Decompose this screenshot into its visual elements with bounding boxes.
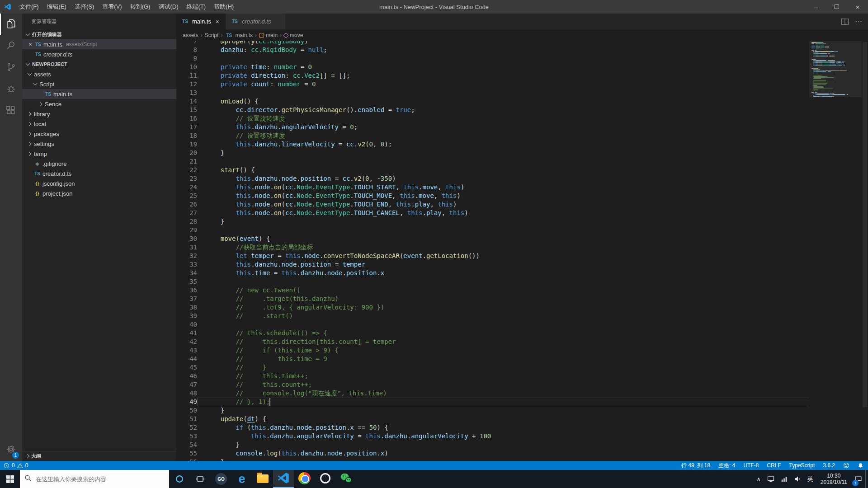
line-number[interactable]: 25: [176, 192, 197, 200]
line-number[interactable]: 18: [176, 131, 197, 140]
menu-item-7[interactable]: 帮助(H): [210, 0, 238, 14]
status-eol[interactable]: CRLF: [767, 462, 781, 469]
line-number[interactable]: 55: [176, 449, 197, 458]
code-line-41[interactable]: 41 // this.schedule(() => {: [176, 329, 868, 338]
line-number[interactable]: 14: [176, 97, 197, 106]
tree-item-script[interactable]: Script: [22, 79, 176, 89]
code-line-27[interactable]: 27 this.node.on(cc.Node.EventType.TOUCH_…: [176, 209, 868, 217]
code-line-28[interactable]: 28 }: [176, 217, 868, 226]
line-number[interactable]: 24: [176, 183, 197, 192]
line-number[interactable]: 56: [176, 458, 197, 461]
scrollbar-thumb[interactable]: [863, 42, 867, 407]
feedback-smiley-icon[interactable]: [843, 462, 849, 469]
line-number[interactable]: 50: [176, 406, 197, 415]
code-line-26[interactable]: 26 this.node.on(cc.Node.EventType.TOUCH_…: [176, 200, 868, 209]
open-editors-header[interactable]: 打开的编辑器: [22, 29, 176, 39]
code-line-56[interactable]: 56 }: [176, 458, 868, 461]
code-line-44[interactable]: 44 // this.time = 9: [176, 355, 868, 363]
tree-item-packages[interactable]: packages: [22, 129, 176, 139]
tab-main-ts[interactable]: TSmain.ts×: [176, 14, 226, 29]
problems-indicator[interactable]: 0 0: [4, 462, 28, 469]
code-line-18[interactable]: 18 // 设置移动速度: [176, 131, 868, 140]
tree-item-library[interactable]: library: [22, 109, 176, 119]
taskbar-app-go[interactable]: GO: [211, 470, 231, 488]
tree-item-gitignore[interactable]: ◆.gitignore: [22, 159, 176, 169]
line-number[interactable]: 36: [176, 286, 197, 295]
line-number[interactable]: 20: [176, 149, 197, 157]
menu-item-5[interactable]: 调试(D): [154, 0, 182, 14]
menu-item-0[interactable]: 文件(F): [15, 0, 43, 14]
menu-item-2[interactable]: 选择(S): [71, 0, 98, 14]
line-number[interactable]: 33: [176, 260, 197, 269]
close-icon[interactable]: ×: [214, 18, 221, 25]
line-number[interactable]: 40: [176, 320, 197, 329]
line-number[interactable]: 23: [176, 174, 197, 183]
cortana-button[interactable]: [169, 470, 190, 488]
code-line-43[interactable]: 43 // if (this.time > 9) {: [176, 346, 868, 355]
line-number[interactable]: 37: [176, 295, 197, 303]
taskbar-app-vscode[interactable]: [273, 470, 294, 488]
code-line-21[interactable]: 21: [176, 157, 868, 166]
code-line-23[interactable]: 23 this.danzhu.node.position = cc.v2(0, …: [176, 174, 868, 183]
breadcrumb-item-move[interactable]: move: [284, 32, 303, 38]
code-line-53[interactable]: 53 this.danzhu.angularVelocity = this.da…: [176, 432, 868, 441]
code-line-11[interactable]: 11 private direction: cc.Vec2[] = [];: [176, 71, 868, 80]
line-number[interactable]: 31: [176, 243, 197, 252]
taskbar-app-wechat[interactable]: [335, 470, 356, 488]
line-number[interactable]: 28: [176, 217, 197, 226]
open-editor-main-ts[interactable]: ×TSmain.tsassets\Script: [22, 39, 176, 49]
line-number[interactable]: 13: [176, 89, 197, 97]
line-number[interactable]: 52: [176, 423, 197, 432]
tree-item-project-json[interactable]: {}project.json: [22, 188, 176, 198]
code-line-25[interactable]: 25 this.node.on(cc.Node.EventType.TOUCH_…: [176, 192, 868, 200]
status-encoding[interactable]: UTF-8: [743, 462, 759, 469]
line-number[interactable]: 48: [176, 389, 197, 398]
line-number[interactable]: 17: [176, 123, 197, 131]
code-line-9[interactable]: 9: [176, 54, 868, 63]
line-number[interactable]: 11: [176, 71, 197, 80]
code-line-29[interactable]: 29: [176, 226, 868, 235]
minimap[interactable]: [809, 41, 862, 461]
code-line-45[interactable]: 45 // }: [176, 363, 868, 372]
code-line-47[interactable]: 47 // this.count++;: [176, 380, 868, 389]
code-line-40[interactable]: 40: [176, 320, 868, 329]
taskbar-app-chrome[interactable]: [294, 470, 315, 488]
line-number[interactable]: 41: [176, 329, 197, 338]
breadcrumb-item-script[interactable]: Script: [205, 32, 219, 38]
split-editor-icon[interactable]: [839, 16, 851, 28]
tree-item-creator-d-ts[interactable]: TScreator.d.ts: [22, 169, 176, 178]
line-number[interactable]: 30: [176, 235, 197, 243]
code-line-42[interactable]: 42 // this.direction[this.count] = tempe…: [176, 338, 868, 346]
tree-item-assets[interactable]: assets: [22, 69, 176, 79]
line-number[interactable]: 43: [176, 346, 197, 355]
line-number[interactable]: 35: [176, 277, 197, 286]
tab-creator-d-ts[interactable]: TScreator.d.ts×: [226, 14, 286, 29]
code-line-19[interactable]: 19 this.danzhu.linearVelocity = cc.v2(0,…: [176, 140, 868, 149]
monitor-icon[interactable]: [764, 470, 778, 488]
line-number[interactable]: 21: [176, 157, 197, 166]
code-line-20[interactable]: 20 }: [176, 149, 868, 157]
tree-item-temp[interactable]: temp: [22, 149, 176, 159]
status-language-mode[interactable]: TypeScript: [789, 462, 815, 469]
code-line-38[interactable]: 38 // .to(9, { angularVelocity: 900 }): [176, 303, 868, 312]
line-number[interactable]: 12: [176, 80, 197, 89]
notifications-bell-icon[interactable]: [858, 463, 863, 469]
menu-item-6[interactable]: 终端(T): [182, 0, 210, 14]
line-number[interactable]: 51: [176, 415, 197, 423]
tree-item-jsconfig-json[interactable]: {}jsconfig.json: [22, 178, 176, 188]
maximize-button[interactable]: [826, 0, 847, 14]
code-line-31[interactable]: 31 //获取当前点击的局部坐标: [176, 243, 868, 252]
breadcrumb-item-main[interactable]: main: [259, 32, 278, 38]
code-line-52[interactable]: 52 if (this.danzhu.node.position.x == 50…: [176, 423, 868, 432]
menu-item-3[interactable]: 查看(V): [98, 0, 126, 14]
taskbar-app-edge[interactable]: e: [231, 470, 252, 488]
code-line-12[interactable]: 12 private count: number = 0: [176, 80, 868, 89]
code-line-16[interactable]: 16 // 设置旋转速度: [176, 114, 868, 123]
line-number[interactable]: 34: [176, 269, 197, 277]
volume-icon[interactable]: [791, 470, 804, 488]
activity-settings[interactable]: 1: [0, 439, 22, 461]
code-line-50[interactable]: 50 }: [176, 406, 868, 415]
more-actions-icon[interactable]: ⋯: [853, 16, 864, 28]
code-line-37[interactable]: 37 // .target(this.danzhu): [176, 295, 868, 303]
code-line-22[interactable]: 22 start() {: [176, 166, 868, 174]
